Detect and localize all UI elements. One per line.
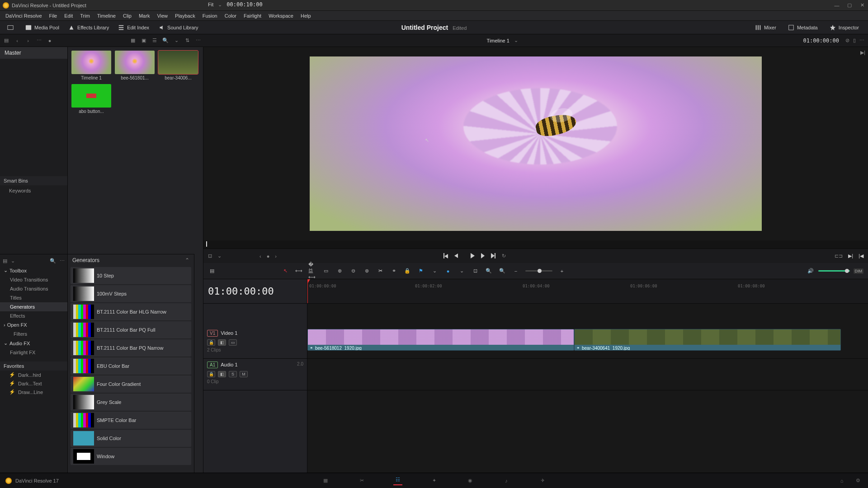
snap-icon[interactable]: ⊡ [471,267,479,275]
master-bin[interactable]: Master [0,47,67,59]
blade-tool-icon[interactable]: ▭ [322,267,330,275]
flag-icon[interactable]: ⚑ [417,267,425,275]
chevron-down-icon[interactable]: ⌄ [173,37,180,44]
fx-more-icon[interactable]: ⋯ [60,258,65,264]
cut-page-icon[interactable]: ✂ [357,476,366,485]
zoom-find-icon[interactable]: 🔍 [485,267,493,275]
fx-panel-icon[interactable]: ▤ [3,258,7,264]
menu-trim[interactable]: Trim [76,12,94,19]
match-frame-icon[interactable]: ● [267,253,270,259]
speaker-icon[interactable]: 🔊 [807,267,815,275]
lock-v1-icon[interactable]: 🔒 [207,339,215,346]
go-out-icon[interactable]: |◀ [859,253,863,259]
more-icon[interactable]: ⋯ [35,37,42,44]
generator-10-step[interactable]: 10 Step [71,267,191,284]
fav-3[interactable]: ⚡Draw...Line [0,388,67,396]
media-pool-button[interactable]: Media Pool [22,23,63,32]
transform-chevron-icon[interactable]: ⌄ [217,253,222,259]
menu-fairlight[interactable]: Fairlight [240,12,265,19]
audio-track-header[interactable]: A1Audio 1 2.0 🔒 ◧ S M 0 Clip [203,359,307,390]
inspector-button[interactable]: Inspector [826,23,863,32]
record-icon[interactable]: ● [46,37,53,44]
close-icon[interactable]: ✕ [859,2,865,9]
match-frame-next-icon[interactable]: › [275,253,277,259]
video-transitions[interactable]: Video Transitions [0,275,67,284]
edit-page-icon[interactable]: ☷ [393,476,402,485]
toolbox-header[interactable]: ⌄Toolbox [0,266,67,275]
menu-clip[interactable]: Clip [119,12,135,19]
fullscreen-icon[interactable] [4,23,20,32]
smart-bins-header[interactable]: Smart Bins [0,176,67,185]
overwrite-icon[interactable]: ⊖ [349,267,357,275]
generator-smpte-color-bar[interactable]: SMPTE Color Bar [71,412,191,429]
disable-v1-icon[interactable]: ▭ [229,339,237,346]
sound-library-button[interactable]: Sound Library [155,23,202,32]
menu-file[interactable]: File [46,12,61,19]
bypass-icon[interactable]: ⊘ [844,37,851,44]
zoom-in-icon[interactable]: + [558,267,566,275]
edit-index-button[interactable]: Edit Index [114,23,153,32]
fav-2[interactable]: ⚡Dark...Text [0,379,67,388]
home-icon[interactable]: ⌂ [837,476,846,485]
minimize-icon[interactable]: — [834,2,840,9]
dynamic-trim-icon[interactable]: �益⟷ [308,267,316,275]
effects-category[interactable]: Effects [0,311,67,320]
insert-icon[interactable]: ⊕ [335,267,344,275]
maximize-icon[interactable]: ▢ [846,2,853,9]
thumb-view-icon[interactable]: ▦ [129,37,137,44]
preview-image[interactable] [310,56,762,230]
audiofx-header[interactable]: ⌄Audio FX [0,338,67,348]
link-icon[interactable]: ⚭ [390,267,398,275]
jump-last-frame-icon[interactable]: ▶| [860,50,865,56]
zoom-icon[interactable]: 🔍 [498,267,506,275]
metadata-button[interactable]: Metadata [784,23,821,32]
generator-bt-2111-color-bar-pq-narrow[interactable]: BT.2111 Color Bar PQ Narrow [71,339,191,357]
video-track-header[interactable]: V1Video 1 🔒 ◧ ▭ 2 Clips [203,327,307,359]
viewer-options-icon[interactable]: ⋯ [858,37,865,44]
effects-library-button[interactable]: Effects Library [65,23,113,32]
timeline-ruler[interactable]: 01:00:00:00 01:00:02:00 01:00:04:00 01:0… [307,279,868,304]
zoom-slider[interactable] [525,270,552,272]
auto-select-v1-icon[interactable]: ◧ [218,339,226,346]
step-back-icon[interactable] [454,253,458,259]
timeline-view-icon[interactable]: ▤ [208,267,216,275]
generator-grey-scale[interactable]: Grey Scale [71,394,191,411]
menu-view[interactable]: View [153,12,171,19]
auto-select-a1-icon[interactable]: ◧ [218,371,226,377]
play-button[interactable] [471,253,475,259]
go-in-icon[interactable]: ▶| [848,253,853,259]
generator-window[interactable]: Window [71,448,191,465]
generator-ebu-color-bar[interactable]: EBU Color Bar [71,357,191,375]
match-frame-prev-icon[interactable]: ‹ [259,253,261,259]
selection-tool-icon[interactable]: ↖ [281,267,289,275]
fx-chevron-icon[interactable]: ⌄ [11,258,15,264]
audio-transitions[interactable]: Audio Transitions [0,284,67,293]
menu-workspace[interactable]: Workspace [265,12,297,19]
options-icon[interactable]: ⋯ [194,37,202,44]
clip-bee-timeline[interactable]: ⚭bee-5618012_1920.jpg [307,329,574,351]
favorites-header[interactable]: Favorites [0,361,67,371]
go-start-icon[interactable] [443,253,448,259]
media-page-icon[interactable]: ▦ [321,476,330,485]
dim-button[interactable]: DIM [854,268,864,274]
generator-bt-2111-color-bar-pq-full[interactable]: BT.2111 Color Bar PQ Full [71,321,191,338]
menu-edit[interactable]: Edit [61,12,76,19]
timeline-tracks[interactable]: 01:00:00:00 01:00:02:00 01:00:04:00 01:0… [307,279,868,473]
in-out-icon[interactable]: ⊏⊐ [835,253,843,259]
menu-help[interactable]: Help [297,12,315,19]
search-icon[interactable]: 🔍 [162,37,169,44]
generator-bt-2111-color-bar-hlg-narrow[interactable]: BT.2111 Color Bar HLG Narrow [71,303,191,320]
loop-icon[interactable]: ↻ [502,253,506,259]
mixer-button[interactable]: Mixer [751,23,780,32]
generator-solid-color[interactable]: Solid Color [71,430,191,447]
mute-a1-button[interactable]: M [240,371,248,377]
nav-back-icon[interactable]: ‹ [14,37,21,44]
filters[interactable]: Filters [0,329,67,338]
audio-track-1[interactable] [307,359,868,390]
menu-davinci[interactable]: DaVinci Resolve [2,12,46,19]
deliver-page-icon[interactable]: ✈ [538,476,547,485]
nav-fwd-icon[interactable]: › [24,37,32,44]
clip-bear-timeline[interactable]: ⚭bear-3400641_1920.jpg [574,329,841,351]
fit-dropdown[interactable]: Fit [208,2,213,7]
grid-view-icon[interactable]: ▣ [140,37,147,44]
